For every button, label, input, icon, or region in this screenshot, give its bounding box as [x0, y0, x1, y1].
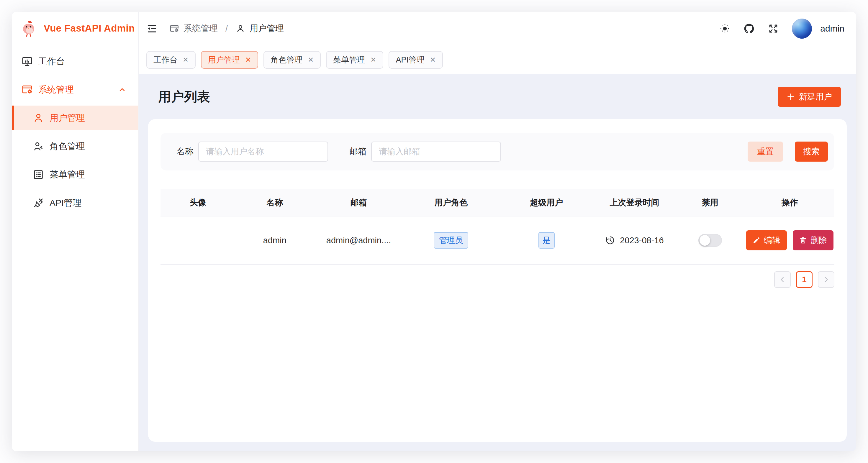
theme-toggle-icon[interactable]	[719, 23, 731, 34]
edit-label: 编辑	[764, 235, 780, 246]
app-title: Vue FastAPI Admin	[44, 23, 135, 34]
tab-label: 菜单管理	[333, 55, 365, 65]
close-icon[interactable]: ✕	[370, 56, 376, 63]
clock-icon	[605, 235, 615, 245]
app-shell: Vue FastAPI Admin 工作台	[12, 12, 856, 451]
reset-button[interactable]: 重置	[748, 141, 783, 162]
email-input[interactable]	[371, 141, 501, 162]
sidebar-item-label: 用户管理	[50, 112, 85, 124]
col-actions: 操作	[745, 197, 834, 208]
table-row: admin admin@admin.... 管理员 是	[160, 217, 834, 265]
next-page-button[interactable]	[818, 271, 834, 288]
tab-user-management[interactable]: 用户管理 ✕	[201, 51, 258, 69]
tab-role-management[interactable]: 角色管理 ✕	[264, 51, 321, 69]
new-user-label: 新建用户	[799, 91, 832, 102]
pagination: 1	[160, 271, 834, 288]
user-icon	[236, 24, 245, 34]
close-icon[interactable]: ✕	[245, 56, 251, 63]
col-name: 名称	[236, 197, 314, 208]
prev-page-button[interactable]	[774, 271, 791, 288]
content: 用户列表 新建用户 名称 邮箱 重置	[139, 74, 856, 451]
chevron-right-icon	[822, 276, 830, 284]
search-button[interactable]: 搜索	[795, 141, 828, 162]
col-disabled: 禁用	[675, 197, 745, 208]
page: Vue FastAPI Admin 工作台	[0, 0, 868, 463]
breadcrumb: 系统管理 / 用户管理	[169, 23, 284, 34]
close-icon[interactable]: ✕	[308, 56, 314, 63]
tabbar: 工作台 ✕ 用户管理 ✕ 角色管理 ✕ 菜单管理 ✕ API管理 ✕	[139, 45, 856, 74]
breadcrumb-user[interactable]: 用户管理	[236, 23, 284, 34]
github-icon[interactable]	[743, 23, 755, 34]
avatar[interactable]	[792, 19, 812, 39]
close-icon[interactable]: ✕	[183, 56, 189, 63]
breadcrumb-separator: /	[225, 24, 228, 34]
sidebar-item-user-management[interactable]: 用户管理	[12, 106, 138, 130]
sidebar: Vue FastAPI Admin 工作台	[12, 12, 139, 451]
role-icon	[32, 140, 44, 152]
cell-name: admin	[236, 236, 314, 245]
col-superuser: 超级用户	[499, 197, 594, 208]
search-label: 搜索	[803, 146, 819, 157]
disabled-toggle[interactable]	[699, 234, 722, 247]
sidebar-item-label: 菜单管理	[50, 169, 85, 181]
superuser-tag: 是	[538, 232, 555, 249]
cell-role: 管理员	[403, 232, 499, 249]
tab-label: 角色管理	[271, 55, 302, 65]
sidebar-item-api-management[interactable]: API管理	[12, 191, 138, 215]
col-last-login: 上次登录时间	[594, 197, 675, 208]
page-title: 用户列表	[158, 88, 210, 106]
chicken-logo-icon	[20, 20, 38, 37]
new-user-button[interactable]: 新建用户	[778, 87, 841, 107]
tab-workbench[interactable]: 工作台 ✕	[146, 51, 196, 69]
username[interactable]: admin	[820, 24, 844, 34]
cell-actions: 编辑 删除	[745, 230, 834, 251]
collapse-sidebar-icon[interactable]	[146, 23, 158, 34]
cell-last-login: 2023-08-16	[594, 235, 675, 245]
name-label: 名称	[177, 146, 193, 158]
reset-label: 重置	[757, 146, 774, 157]
sidebar-item-menu-management[interactable]: 菜单管理	[12, 162, 138, 187]
email-label: 邮箱	[349, 146, 366, 158]
sidebar-item-role-management[interactable]: 角色管理	[12, 134, 138, 159]
tab-menu-management[interactable]: 菜单管理 ✕	[326, 51, 383, 69]
current-page-button[interactable]: 1	[796, 271, 812, 288]
close-icon[interactable]: ✕	[430, 56, 436, 63]
chevron-left-icon	[779, 276, 786, 284]
col-role: 用户角色	[403, 197, 499, 208]
tab-label: API管理	[396, 55, 425, 65]
fullscreen-icon[interactable]	[768, 23, 779, 34]
chevron-up-icon	[118, 86, 126, 94]
menu-icon	[32, 169, 44, 180]
sidebar-item-label: 工作台	[38, 56, 65, 68]
system-icon	[169, 24, 179, 34]
breadcrumb-label: 用户管理	[250, 23, 284, 34]
pencil-icon	[753, 236, 760, 244]
col-avatar: 头像	[160, 197, 236, 208]
trash-icon	[799, 236, 807, 244]
api-icon	[32, 197, 44, 209]
cell-disabled	[675, 234, 745, 247]
user-icon	[32, 112, 44, 124]
sidebar-item-workbench[interactable]: 工作台	[12, 49, 138, 74]
tab-api-management[interactable]: API管理 ✕	[389, 51, 443, 69]
table-header: 头像 名称 邮箱 用户角色 超级用户 上次登录时间 禁用 操作	[160, 189, 834, 217]
col-email: 邮箱	[314, 197, 403, 208]
role-tag: 管理员	[434, 232, 468, 249]
breadcrumb-label: 系统管理	[184, 23, 218, 34]
delete-button[interactable]: 删除	[793, 230, 834, 251]
delete-label: 删除	[810, 235, 827, 246]
plus-icon	[786, 93, 795, 101]
name-input[interactable]	[198, 141, 328, 162]
sidebar-menu: 工作台 系统管理 用户	[12, 47, 138, 217]
logo[interactable]: Vue FastAPI Admin	[12, 12, 138, 40]
tab-label: 工作台	[153, 55, 177, 65]
user-table: 头像 名称 邮箱 用户角色 超级用户 上次登录时间 禁用 操作 admin	[160, 189, 834, 265]
edit-button[interactable]: 编辑	[746, 230, 787, 251]
sidebar-item-label: 角色管理	[50, 140, 85, 153]
cell-email: admin@admin....	[314, 236, 403, 245]
sidebar-item-label: API管理	[50, 197, 82, 209]
cell-superuser: 是	[499, 232, 594, 249]
sidebar-item-system[interactable]: 系统管理	[12, 77, 138, 102]
main-area: 系统管理 / 用户管理	[139, 12, 856, 451]
breadcrumb-system[interactable]: 系统管理	[169, 23, 218, 34]
